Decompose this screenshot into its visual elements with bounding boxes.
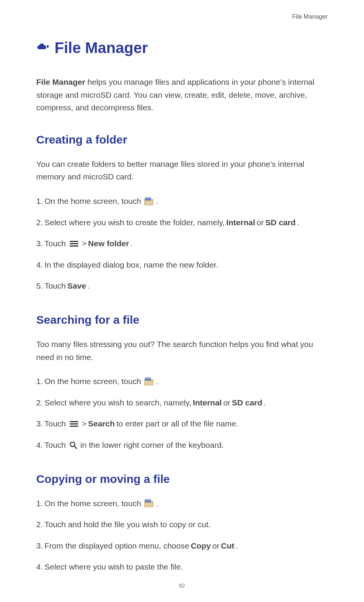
step-bold: Internal — [193, 396, 222, 409]
step-text: . — [264, 396, 266, 409]
step-line: 2. Select where you wish to create the f… — [36, 216, 328, 229]
step-number: 2. — [36, 396, 43, 409]
svg-rect-5 — [70, 243, 78, 244]
section: Copying or moving a file1. On the home s… — [36, 473, 328, 573]
step-line: 4. Touch in the lower right corner of th… — [36, 439, 328, 452]
section-heading: Copying or moving a file — [36, 473, 328, 486]
step: 2. Touch and hold the file you wish to c… — [36, 518, 328, 531]
step-text: . — [297, 216, 300, 229]
step-text: On the home screen, touch — [45, 497, 141, 510]
step: 3. Touch > New folder. — [36, 237, 328, 250]
step-text: to enter part or all of the file name. — [116, 417, 238, 430]
step-number: 5. — [36, 279, 43, 292]
step-text: On the home screen, touch — [45, 375, 141, 388]
step-number: 4. — [36, 439, 43, 452]
step-text: Select where you wish to paste the file. — [45, 560, 183, 573]
svg-rect-19 — [146, 500, 150, 500]
step-text: On the home screen, touch — [45, 195, 141, 208]
step-bold: SD card — [232, 396, 262, 409]
sections-container: Creating a folderYou can create folders … — [36, 133, 328, 573]
step: 4. Touch in the lower right corner of th… — [36, 439, 328, 452]
menu-icon — [69, 420, 79, 428]
step: 3. From the displayed option menu, choos… — [36, 539, 328, 552]
step-text: or — [212, 539, 219, 552]
step: 1. On the home screen, touch . — [36, 375, 328, 388]
section: Creating a folderYou can create folders … — [36, 133, 328, 292]
svg-rect-11 — [70, 421, 78, 422]
step: 2. Select where you wish to search, name… — [36, 396, 328, 409]
step-text: . — [130, 237, 133, 250]
folder-icon — [144, 197, 153, 205]
step-number: 1. — [36, 195, 43, 208]
step-number: 4. — [36, 258, 43, 271]
step-bold: Copy — [191, 539, 211, 552]
step-text: Touch — [45, 439, 66, 452]
step-text: Touch and hold the file you wish to copy… — [45, 518, 211, 531]
step-text: . — [156, 195, 159, 208]
step-text: > — [82, 417, 87, 430]
step-number: 4. — [36, 560, 43, 573]
step-text: in the lower right corner of the keyboar… — [81, 439, 224, 452]
svg-rect-6 — [70, 245, 78, 247]
step: 2. Select where you wish to create the f… — [36, 216, 328, 229]
step-number: 3. — [36, 539, 43, 552]
step-text: Select where you wish to search, namely, — [45, 396, 192, 409]
step-text: Touch — [45, 279, 66, 292]
step-text: . — [236, 539, 238, 552]
step-text: or — [257, 216, 264, 229]
step-number: 3. — [36, 237, 43, 250]
step-line: 3. From the displayed option menu, choos… — [36, 539, 328, 552]
step: 4. In the displayed dialog box, name the… — [36, 258, 328, 271]
step-text: . — [156, 497, 159, 510]
step-line: 1. On the home screen, touch . — [36, 195, 328, 208]
step-line: 3. Touch > New folder. — [36, 237, 328, 250]
header-label: File Manager — [36, 13, 328, 20]
step-text: > — [82, 237, 87, 250]
step-text: . — [88, 279, 90, 292]
step-number: 2. — [36, 216, 43, 229]
step-text: or — [223, 396, 230, 409]
step-bold: Search — [88, 417, 115, 430]
step-number: 2. — [36, 518, 43, 531]
step: 5. Touch Save. — [36, 279, 328, 292]
step-bold: Cut — [221, 539, 234, 552]
svg-rect-13 — [70, 426, 78, 427]
svg-rect-10 — [146, 378, 150, 378]
section-heading: Searching for a file — [36, 313, 328, 326]
folder-icon — [144, 377, 153, 386]
intro-bold: File Manager — [36, 77, 85, 86]
step-text: . — [156, 375, 159, 388]
step: 1. On the home screen, touch . — [36, 497, 328, 510]
step-line: 5. Touch Save. — [36, 279, 328, 292]
step-line: 2. Select where you wish to search, name… — [36, 396, 328, 409]
step-number: 1. — [36, 375, 43, 388]
step-number: 3. — [36, 417, 43, 430]
step-text: From the displayed option menu, choose — [45, 539, 189, 552]
step-text: In the displayed dialog box, name the ne… — [45, 258, 218, 271]
section: Searching for a fileToo many files stres… — [36, 313, 328, 452]
cloud-heart-icon — [36, 42, 51, 55]
document-page: File Manager File Manager File Manager h… — [0, 0, 364, 602]
folder-icon — [144, 499, 153, 507]
page-number: 62 — [0, 583, 364, 589]
step-text: Select where you wish to create the fold… — [45, 216, 225, 229]
step-bold: New folder — [88, 237, 129, 250]
step: 4. Select where you wish to paste the fi… — [36, 560, 328, 573]
search-icon — [69, 441, 77, 449]
section-intro: Too many files stressing you out? The se… — [36, 338, 328, 363]
step: 1. On the home screen, touch . — [36, 195, 328, 208]
step-line: 4. Select where you wish to paste the fi… — [36, 560, 328, 573]
step-text: Touch — [45, 237, 66, 250]
section-heading: Creating a folder — [36, 133, 328, 146]
section-intro: You can create folders to better manage … — [36, 158, 328, 183]
page-title: File Manager — [55, 39, 148, 56]
step-bold: SD card — [265, 216, 295, 229]
svg-line-15 — [74, 446, 77, 449]
step: 3. Touch > Search to enter part or all o… — [36, 417, 328, 430]
step-number: 1. — [36, 497, 43, 510]
title-row: File Manager — [36, 39, 328, 56]
svg-rect-12 — [70, 423, 78, 424]
step-bold: Save — [68, 279, 86, 292]
svg-rect-4 — [70, 241, 78, 242]
intro-paragraph: File Manager helps you manage files and … — [36, 76, 328, 114]
